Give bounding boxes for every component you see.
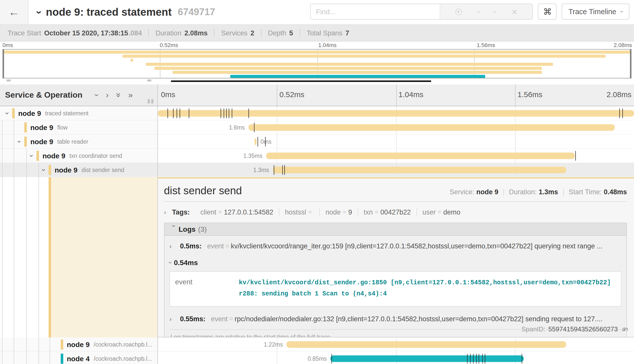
log-marker [232,108,232,118]
operation-name: /cockroach.roachpb.l... [94,355,152,361]
trace-minimap[interactable]: 0ms 0.52ms 1.04ms 1.56ms 2.08ms [0,41,634,84]
minimap-canvas[interactable] [3,49,631,78]
log-entry-expanded-header[interactable]: › 0.54ms [170,255,621,268]
expander-chevron-icon[interactable]: › [16,137,24,146]
collapse-trace-chevron-icon[interactable]: › [33,10,45,14]
link-icon[interactable] [621,326,628,333]
span-track[interactable]: 1.35ms [158,149,634,163]
page-title: node 9: traced statement [46,6,172,18]
trace-stats-bar: Trace StartOctober 15 2020, 17:38:15.084… [0,25,634,41]
span-bar[interactable] [266,152,575,159]
expander-chevron-icon[interactable]: › [28,151,36,160]
span-color-stripe [49,177,51,337]
span-rows-area: ›node 9traced statement›node 9flow1.6ms›… [0,106,634,364]
span-duration-label: 1.6ms [229,124,245,130]
find-group: › › ✕ [310,4,533,20]
service-operation-header: Service & Operation › › » » ▮▮ [0,84,158,106]
top-bar: ← › node 9: traced statement 6749717 › ›… [0,0,634,25]
span-track[interactable]: 0.85ms [158,352,634,364]
span-row-label[interactable]: ›node 9txn coordinator send [0,149,158,163]
back-button[interactable]: ← [0,0,28,24]
service-color-chip [61,339,63,349]
span-track[interactable]: 1.3ms [158,163,634,177]
collapse-all-icon[interactable]: » [114,93,123,97]
span-row-label[interactable]: ›node 9dist sender send [0,163,158,177]
service-name: node 9 [30,123,53,131]
trace-view-selector[interactable]: Trace Timeline › [562,4,629,20]
find-input[interactable] [311,4,440,19]
span-row[interactable]: ›node 9/cockroach.roachpb.l...1.22ms [0,337,634,352]
trace-id: 6749717 [178,7,215,18]
expander-chevron-icon[interactable]: › [40,165,48,174]
span-row[interactable]: ›node 4/cockroach.roachpb.l...0.85ms [0,352,634,364]
service-color-chip [24,136,27,146]
span-bar[interactable] [330,355,523,362]
service-name: node 9 [67,340,90,348]
minimap-nub[interactable] [147,79,151,81]
log-entry[interactable]: › 0.5ms: event=kv/kvclient/kvcoord/range… [170,237,621,255]
span-bar[interactable] [248,124,615,131]
expander-chevron-icon[interactable]: › [4,109,12,118]
operation-name: traced statement [45,110,88,116]
span-row[interactable]: ›node 9flow1.6ms [0,120,634,135]
stat-total-spans: Total Spans7 [300,29,356,37]
service-color-chip [61,353,63,363]
span-row-label[interactable]: ›node 9table reader [0,135,158,149]
log-marker [226,108,226,118]
minimap-nub[interactable] [6,79,10,81]
collapse-one-icon[interactable]: › [92,94,101,97]
tags-accordion[interactable]: › Tags: client=127.0.0.1:54582 hostssl= … [164,206,627,218]
timeline-header: Service & Operation › › » » ▮▮ 0ms 0.52m… [0,84,634,106]
span-row-label[interactable]: ›node 9/cockroach.roachpb.l... [0,337,158,352]
log-marker [331,354,332,363]
jaeger-trace-view: ← › node 9: traced statement 6749717 › ›… [0,0,634,364]
span-row[interactable]: ›node 9dist sender send1.3ms [0,163,634,177]
clear-search-icon[interactable]: ✕ [511,8,518,15]
span-bar[interactable] [273,166,566,173]
span-row-label[interactable]: ›node 9traced statement [0,106,158,120]
find-controls: › › ✕ [440,4,533,19]
span-duration-label: 1.3ms [253,167,269,173]
prev-result-icon[interactable]: › [474,10,482,13]
span-duration-label: 1.22ms [264,341,283,347]
log-marker [285,165,285,175]
span-track[interactable]: 0ms [158,135,634,149]
tag: node=9 [320,208,358,216]
column-resize-grip[interactable]: ▮▮ [147,98,154,104]
stat-depth: Depth5 [261,29,300,37]
operation-name: /cockroach.roachpb.l... [94,341,152,347]
service-name: node 9 [55,166,77,174]
minimap-spans [3,50,631,77]
operation-name: txn coordinator send [69,153,122,159]
keyboard-shortcuts-button[interactable]: ⌘ [538,4,557,20]
locate-icon[interactable] [455,8,462,15]
expand-one-icon[interactable]: › [106,91,109,100]
log-marker [273,165,274,175]
service-operation-title: Service & Operation [0,91,82,100]
span-detail-panel: dist sender send Service:node 9 Duration… [158,177,634,337]
logs-header[interactable]: › Logs(3) [164,223,626,236]
log-marker [473,354,474,363]
span-bar[interactable] [286,341,566,348]
span-track[interactable]: 1.22ms [158,337,634,352]
expand-all-icon[interactable]: » [128,91,133,100]
span-row[interactable]: ›node 9traced statement [0,106,634,120]
next-result-icon[interactable]: › [492,10,499,13]
span-track[interactable] [158,106,634,120]
span-row-label[interactable]: ›node 4/cockroach.roachpb.l... [0,352,158,364]
span-meta: Service:node 9 Duration:1.3ms Start Time… [450,188,627,196]
span-rows-bottom: ›node 9/cockroach.roachpb.l...1.22ms›nod… [0,337,634,364]
span-row[interactable]: ›node 9txn coordinator send1.35ms [0,149,634,163]
minimap-left-scrubber[interactable] [3,49,4,78]
tag: client=127.0.0.1:54582 [195,208,279,216]
log-marker [173,108,174,118]
span-bar[interactable] [255,138,257,145]
minimap-axis: 0ms 0.52ms 1.04ms 1.56ms 2.08ms [0,41,634,49]
log-marker [229,108,229,118]
span-row[interactable]: ›node 9table reader0ms [0,135,634,149]
minimap-right-scrubber[interactable] [630,49,631,78]
span-track[interactable]: 1.6ms [158,120,634,135]
minimap-scroll-thumb[interactable] [171,80,431,82]
span-row-label[interactable]: ›node 9flow [0,120,158,135]
log-marker [485,354,485,363]
